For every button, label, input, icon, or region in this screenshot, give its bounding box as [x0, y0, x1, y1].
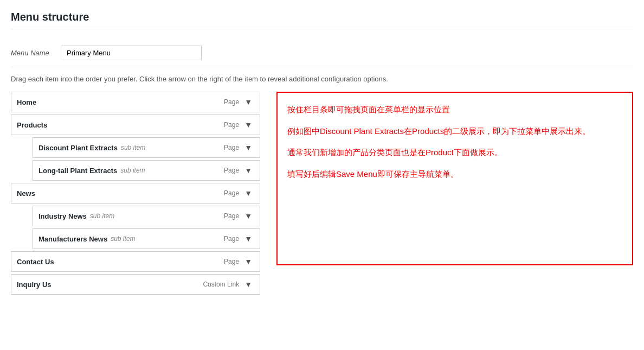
- annotation-line4: 填写好后编辑Save Menu即可保存主导航菜单。: [287, 167, 622, 181]
- menu-item-type-inquiry-us: Custom Link: [203, 281, 239, 288]
- menu-item-type-contact-us: Page: [224, 258, 239, 265]
- menu-item-label-news: News: [17, 189, 35, 198]
- menu-item-type-manufacturers-news: Page: [224, 235, 239, 243]
- annotation-line3: 通常我们新增加的产品分类页面也是在Product下面做展示。: [287, 145, 622, 160]
- menu-item-sublabel-manufacturers-news: sub item: [111, 235, 135, 243]
- menu-item-home: HomePage▼: [11, 92, 260, 112]
- menu-item-manufacturers-news: Manufacturers News sub itemPage▼: [33, 228, 260, 249]
- menu-item-label-long-tail-plant-extracts: Long-tail Plant Extracts: [38, 167, 117, 175]
- annotation-box: 按住栏目条即可拖拽页面在菜单栏的显示位置 例如图中Discount Plant …: [276, 92, 633, 265]
- menu-item-type-industry-news: Page: [224, 212, 239, 220]
- menu-item-label-home: Home: [17, 98, 36, 106]
- menu-name-row: Menu Name: [11, 39, 633, 67]
- menu-item-label-inquiry-us: Inquiry Us: [17, 281, 51, 289]
- menu-item-label-manufacturers-news: Manufacturers News: [38, 235, 107, 243]
- menu-item-type-home: Page: [224, 98, 239, 106]
- menu-item-news: NewsPage▼: [11, 183, 260, 203]
- menu-item-label-discount-plant-extracts: Discount Plant Extracts: [38, 144, 118, 152]
- menu-item-products: ProductsPage▼: [11, 114, 260, 135]
- menu-item-type-products: Page: [224, 121, 239, 129]
- menu-item-chevron-inquiry-us[interactable]: ▼: [242, 279, 254, 290]
- menu-item-chevron-manufacturers-news[interactable]: ▼: [242, 233, 254, 244]
- menu-item-contact-us: Contact UsPage▼: [11, 251, 260, 272]
- menu-item-sublabel-long-tail-plant-extracts: sub item: [120, 167, 145, 174]
- menu-item-chevron-industry-news[interactable]: ▼: [242, 211, 254, 221]
- menu-item-label-products: Products: [17, 121, 47, 129]
- menu-item-type-news: Page: [224, 189, 239, 197]
- menu-items-column: HomePage▼ProductsPage▼Discount Plant Ext…: [11, 92, 260, 297]
- drag-instruction: Drag each item into the order you prefer…: [11, 75, 633, 83]
- menu-item-inquiry-us: Inquiry UsCustom Link▼: [11, 274, 260, 295]
- menu-item-chevron-contact-us[interactable]: ▼: [242, 256, 254, 267]
- menu-item-chevron-news[interactable]: ▼: [242, 188, 254, 199]
- menu-item-chevron-discount-plant-extracts[interactable]: ▼: [242, 142, 254, 153]
- menu-item-label-industry-news: Industry News: [38, 212, 87, 220]
- menu-item-type-discount-plant-extracts: Page: [224, 144, 239, 151]
- menu-item-industry-news: Industry News sub itemPage▼: [33, 206, 260, 226]
- main-content: HomePage▼ProductsPage▼Discount Plant Ext…: [11, 92, 633, 297]
- annotation-line2: 例如图中Discount Plant Extracts在Products的二级展…: [287, 124, 622, 138]
- menu-item-chevron-long-tail-plant-extracts[interactable]: ▼: [242, 165, 254, 176]
- menu-item-label-contact-us: Contact Us: [17, 258, 54, 266]
- menu-item-sublabel-discount-plant-extracts: sub item: [121, 144, 145, 151]
- menu-name-input[interactable]: [61, 46, 202, 60]
- annotation-line1: 按住栏目条即可拖拽页面在菜单栏的显示位置: [287, 103, 622, 117]
- menu-name-label: Menu Name: [11, 49, 54, 57]
- menu-item-chevron-products[interactable]: ▼: [242, 119, 254, 130]
- menu-item-discount-plant-extracts: Discount Plant Extracts sub itemPage▼: [33, 137, 260, 158]
- menu-item-chevron-home[interactable]: ▼: [242, 97, 254, 107]
- menu-item-long-tail-plant-extracts: Long-tail Plant Extracts sub itemPage▼: [33, 160, 260, 181]
- menu-item-sublabel-industry-news: sub item: [90, 212, 114, 220]
- menu-item-type-long-tail-plant-extracts: Page: [224, 167, 239, 174]
- page-title: Menu structure: [11, 11, 633, 29]
